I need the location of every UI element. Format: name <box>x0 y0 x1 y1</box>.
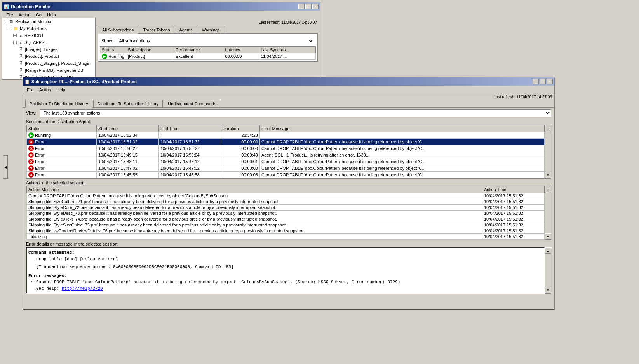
sessions-col-error: Error Message <box>260 125 545 132</box>
minimize-button[interactable]: _ <box>298 4 305 9</box>
last-refresh-monitor: Last refresh: 11/04/2017 14:30:07 <box>97 19 319 25</box>
col-subscription: Subscription <box>126 47 174 53</box>
tab-tracer-tokens[interactable]: Tracer Tokens <box>139 26 174 34</box>
tree-db-images[interactable]: 🗄 [Images]: Images <box>2 46 95 53</box>
sessions-scroll-up[interactable]: ▲ <box>545 125 551 131</box>
tree-my-publishers[interactable]: - 📁 My Publishers <box>2 25 95 32</box>
menu-go[interactable]: Go <box>33 12 44 18</box>
actions-table-wrapper: Action Message Action Time Cannot DROP T… <box>26 186 551 240</box>
session-running-icon: ▶ <box>28 132 34 138</box>
session-row[interactable]: ✕ Error 10/04/2017 15:47:02 10/04/2017 1… <box>27 165 545 172</box>
error-scrollbar[interactable]: ▲ ▼ <box>545 247 551 294</box>
tab-all-subscriptions[interactable]: All Subscriptions <box>98 26 138 34</box>
col-performance: Performance <box>174 47 223 53</box>
session-error: Cannot DROP TABLE 'dbo.ColourPattern' be… <box>260 165 545 172</box>
col-latency: Latency <box>223 47 259 53</box>
action-row[interactable]: Initializing 10/04/2017 15:51:32 <box>27 234 545 240</box>
session-row[interactable]: ▶ Running 10/04/2017 15:52:34 - 22:34:28 <box>27 132 545 139</box>
action-time: 10/04/2017 15:51:32 <box>482 205 545 211</box>
sub-menu-action[interactable]: Action <box>37 87 54 93</box>
maximize-button[interactable]: □ <box>305 4 312 9</box>
sub-menu-file[interactable]: File <box>24 87 36 93</box>
sub-close-button[interactable]: ✕ <box>547 79 553 84</box>
sub-minimize-button[interactable]: _ <box>533 79 539 84</box>
session-row[interactable]: ✕ Error 10/04/2017 15:45:55 10/04/2017 1… <box>27 172 545 178</box>
action-row[interactable]: Cannot DROP TABLE 'dbo.ColourPattern' be… <box>27 193 545 199</box>
help-link[interactable]: http://help/3729 <box>62 286 103 291</box>
db-product-icon: 🗄 <box>18 53 24 59</box>
replication-monitor-title: 📊 Replication Monitor <box>4 4 51 9</box>
sessions-scrollbar[interactable]: ▲ ▼ <box>545 125 551 179</box>
db-images-icon: 🗄 <box>18 46 24 52</box>
tree-db-rangeplan[interactable]: 🗄 [RangePlanDB]: RangeplanDB <box>2 67 95 74</box>
publishers-icon: 📁 <box>13 25 19 31</box>
actions-section: Actions in the selected session: Action … <box>26 180 551 240</box>
session-start: 10/04/2017 15:47:02 <box>97 165 159 172</box>
root-expand[interactable]: - <box>4 20 7 23</box>
tree-db-product[interactable]: 🗄 [Product]: Product <box>2 53 95 60</box>
actions-label: Actions in the selected session: <box>26 180 551 185</box>
monitor-icon: 📊 <box>4 4 9 9</box>
tab-undistributed-commands[interactable]: Undistributed Commands <box>164 100 220 108</box>
sessions-col-start: Start Time <box>97 125 159 132</box>
action-row[interactable]: Skipping file 'vwProductReviewDetails_76… <box>27 228 545 234</box>
menu-file[interactable]: File <box>4 12 16 18</box>
replication-monitor-title-bar: 📊 Replication Monitor _ □ ✕ <box>2 2 320 11</box>
action-row[interactable]: Skipping file 'StyleSizeGuide_75.pre' be… <box>27 222 545 228</box>
action-row[interactable]: Skipping file 'StyleCore_72.pre' because… <box>27 205 545 211</box>
action-message: Skipping file 'StyleSizeGuide_75.pre' be… <box>27 222 482 228</box>
title-bar-controls: _ □ ✕ <box>298 4 319 9</box>
table-row[interactable]: ▶ Running [Product] Excellent 00:00:00 1… <box>100 53 316 60</box>
row-status: ▶ Running <box>100 53 126 60</box>
tree-db-product-staging[interactable]: 🗄 [Product_Staging]: Product_Stagin <box>2 60 95 67</box>
region1-icon: 🖧 <box>17 32 24 38</box>
subscription-menu: File Action Help <box>23 86 554 94</box>
publishers-expand[interactable]: - <box>9 27 12 30</box>
error-scroll-up[interactable]: ▲ <box>545 247 551 254</box>
menu-help[interactable]: Help <box>45 12 58 18</box>
subscription-icon: 📋 <box>24 79 30 84</box>
col-status: Status <box>100 47 126 53</box>
session-row[interactable]: ✕ Error 10/04/2017 15:50:27 10/04/2017 1… <box>27 145 545 152</box>
region1-expand[interactable]: + <box>13 34 17 37</box>
session-row[interactable]: ✕ Error 10/04/2017 15:49:15 10/04/2017 1… <box>27 152 545 158</box>
view-select[interactable]: The last 100 synchronizations <box>40 109 551 117</box>
view-label: View: <box>26 111 38 115</box>
show-select[interactable]: All subscriptions <box>116 37 314 45</box>
tab-distributor-subscriber[interactable]: Distributor To Subscriber History <box>93 100 163 108</box>
session-error-icon: ✕ <box>28 146 34 151</box>
session-duration: 00:00:00 <box>221 165 260 172</box>
sessions-col-status: Status <box>27 125 97 132</box>
action-row[interactable]: Skipping file 'StyleJText_74.pre' becaus… <box>27 216 545 222</box>
actions-col-time: Action Time <box>482 186 545 193</box>
action-row[interactable]: Skipping file 'SizeCulture_71.pre' becau… <box>27 199 545 205</box>
error-bullet: Cannot DROP TABLE 'dbo.ColourPattern' be… <box>36 279 543 286</box>
sqlapps-expand[interactable]: - <box>13 41 17 44</box>
session-row[interactable]: ✕ Error 10/04/2017 15:48:11 10/04/2017 1… <box>27 158 545 165</box>
sessions-scroll-down[interactable]: ▼ <box>545 172 551 178</box>
actions-scroll-up[interactable]: ▲ <box>545 186 551 192</box>
sub-menu-help[interactable]: Help <box>54 87 68 93</box>
actions-scrollbar[interactable]: ▲ ▼ <box>545 186 551 240</box>
tab-agents[interactable]: Agents <box>175 26 197 34</box>
db-rp-icon: 🗄 <box>18 67 24 73</box>
sub-maximize-button[interactable]: □ <box>540 79 546 84</box>
close-button[interactable]: ✕ <box>312 4 319 9</box>
error-scroll-down[interactable]: ▼ <box>545 287 551 293</box>
col-last-sync: Last Synchro... <box>259 47 316 53</box>
subscription-title: 📋 Subscription RE...:Product to SC...:Pr… <box>24 79 137 84</box>
tree-region1[interactable]: + 🖧 REGION1 <box>2 32 95 39</box>
tab-publisher-distributor[interactable]: Publisher To Distributor History <box>25 100 92 108</box>
tree-sqlapps[interactable]: - 🖧 SQLAPPS... <box>2 39 95 46</box>
resize-handle[interactable]: ◀ <box>3 155 8 179</box>
session-start: 10/04/2017 15:49:15 <box>97 152 159 158</box>
menu-action[interactable]: Action <box>16 12 33 18</box>
tree-root[interactable]: - 🖥 Replication Monitor <box>2 18 95 25</box>
session-row[interactable]: ✕ Error 10/04/2017 15:51:32 10/04/2017 1… <box>27 139 545 145</box>
tab-warnings[interactable]: Warnings <box>198 26 224 34</box>
sessions-section: Sessions of the Distribution Agent: <box>26 119 551 179</box>
actions-scroll-down[interactable]: ▼ <box>545 233 551 240</box>
tree-panel: - 🖥 Replication Monitor - 📁 My Publisher… <box>2 18 96 79</box>
action-row[interactable]: Skipping file 'StyleDesc_73.pre' because… <box>27 211 545 216</box>
session-duration: 22:34:28 <box>221 132 260 139</box>
